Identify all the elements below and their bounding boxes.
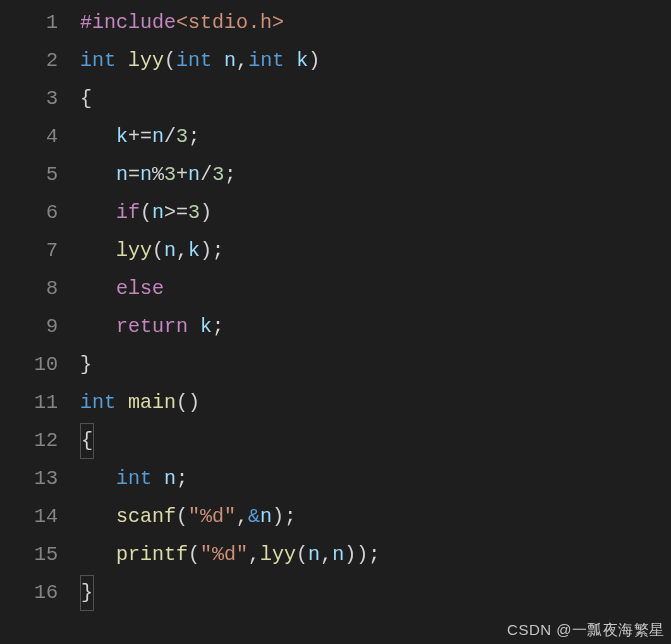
code-line: int lyy(int n,int k) bbox=[80, 42, 671, 80]
line-number: 13 bbox=[0, 460, 58, 498]
code-line: return k; bbox=[80, 308, 671, 346]
code-line: { bbox=[80, 80, 671, 118]
line-number: 5 bbox=[0, 156, 58, 194]
line-gutter: 1 2 3 4 5 6 7 8 9 10 11 12 13 14 15 16 bbox=[0, 4, 80, 612]
code-line: if(n>=3) bbox=[80, 194, 671, 232]
code-line: int main() bbox=[80, 384, 671, 422]
code-line: int n; bbox=[80, 460, 671, 498]
code-line: } bbox=[80, 346, 671, 384]
line-number: 2 bbox=[0, 42, 58, 80]
code-line: else bbox=[80, 270, 671, 308]
code-area[interactable]: #include<stdio.h> int lyy(int n,int k) {… bbox=[80, 4, 671, 612]
code-line: scanf("%d",&n); bbox=[80, 498, 671, 536]
code-line: #include<stdio.h> bbox=[80, 4, 671, 42]
bracket-match: { bbox=[80, 423, 94, 459]
line-number: 9 bbox=[0, 308, 58, 346]
watermark: CSDN @一瓢夜海繁星 bbox=[507, 621, 665, 640]
code-line: { bbox=[80, 422, 671, 460]
line-number: 1 bbox=[0, 4, 58, 42]
code-line: printf("%d",lyy(n,n)); bbox=[80, 536, 671, 574]
code-editor[interactable]: 1 2 3 4 5 6 7 8 9 10 11 12 13 14 15 16 #… bbox=[0, 0, 671, 612]
line-number: 14 bbox=[0, 498, 58, 536]
line-number: 4 bbox=[0, 118, 58, 156]
line-number: 15 bbox=[0, 536, 58, 574]
bracket-match: } bbox=[80, 575, 94, 611]
line-number: 7 bbox=[0, 232, 58, 270]
line-number: 16 bbox=[0, 574, 58, 612]
code-line: n=n%3+n/3; bbox=[80, 156, 671, 194]
code-line: lyy(n,k); bbox=[80, 232, 671, 270]
line-number: 3 bbox=[0, 80, 58, 118]
line-number: 12 bbox=[0, 422, 58, 460]
code-line: } bbox=[80, 574, 671, 612]
line-number: 8 bbox=[0, 270, 58, 308]
code-line: k+=n/3; bbox=[80, 118, 671, 156]
line-number: 11 bbox=[0, 384, 58, 422]
line-number: 10 bbox=[0, 346, 58, 384]
line-number: 6 bbox=[0, 194, 58, 232]
